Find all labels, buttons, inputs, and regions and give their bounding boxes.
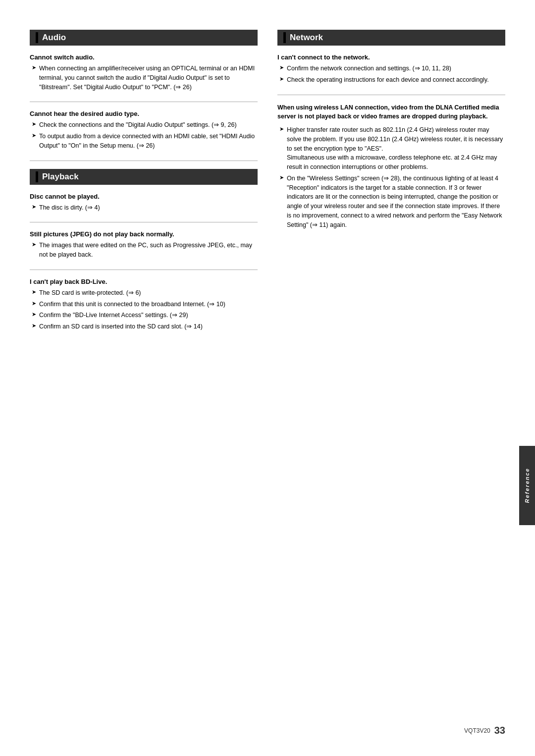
bullet-text: The disc is dirty. (⇒ 4) [39,203,100,213]
bullet-arrow-icon: ➤ [279,64,284,71]
wireless-lan-title: When using wireless LAN connection, vide… [277,103,505,122]
bullet-item: ➤ When connecting an amplifier/receiver … [30,64,258,92]
page-footer: VQT3V20 33 [464,725,505,736]
bullet-item: ➤ The images that were edited on the PC,… [30,241,258,260]
bullet-text: Confirm that this unit is connected to t… [39,300,225,309]
bullet-item: ➤ On the "Wireless Settings" screen (⇒ 2… [277,174,505,230]
bullet-item: ➤ The disc is dirty. (⇒ 4) [30,203,258,213]
bullet-text: The images that were edited on the PC, s… [39,241,258,260]
network-section-header: Network [277,30,505,46]
network-header-bar [283,32,286,43]
bullet-arrow-icon: ➤ [32,311,36,318]
bullet-item: ➤ Confirm that this unit is connected to… [30,300,258,309]
bullet-text: When connecting an amplifier/receiver us… [39,64,258,92]
bullet-arrow-icon: ➤ [279,126,284,132]
bullet-item: ➤ Higher transfer rate router such as 80… [277,125,505,172]
bullet-arrow-icon: ➤ [279,76,284,82]
subsection-cannot-hear-audio: Cannot hear the desired audio type. ➤ Ch… [30,110,258,161]
bullet-text: The SD card is write-protected. (⇒ 6) [39,288,141,298]
subsection-bd-live: I can't play back BD-Live. ➤ The SD card… [30,278,258,341]
subsection-disc-cannot-be-played: Disc cannot be played. ➤ The disc is dir… [30,193,258,223]
bullet-item: ➤ To output audio from a device connecte… [30,132,258,151]
playback-title: Playback [42,172,79,182]
bullet-arrow-icon: ➤ [32,289,36,295]
bullet-text: On the "Wireless Settings" screen (⇒ 28)… [287,174,505,230]
network-title: Network [290,33,323,43]
bullet-item: ➤ Check the operating instructions for e… [277,75,505,85]
bullet-arrow-icon: ➤ [32,64,36,71]
playback-section-header: Playback [30,169,258,185]
bullet-text: Confirm an SD card is inserted into the … [39,322,203,331]
bullet-arrow-icon: ➤ [32,121,36,127]
bullet-text: Check the connections and the "Digital A… [39,120,237,130]
model-number: VQT3V20 [464,727,490,734]
bullet-arrow-icon: ➤ [279,174,284,181]
left-column: Audio Cannot switch audio. ➤ When connec… [30,30,258,349]
subsection-title-cannot-switch-audio: Cannot switch audio. [30,54,258,61]
subsection-cannot-connect-network: I can't connect to the network. ➤ Confir… [277,54,505,95]
bullet-text: Confirm the "BD-Live Internet Access" se… [39,311,188,320]
reference-label: Reference [524,468,530,503]
bullet-arrow-icon: ➤ [32,132,36,139]
page-number: 33 [494,725,505,736]
audio-section-header: Audio [30,30,258,46]
subsection-still-pictures: Still pictures (JPEG) do not play back n… [30,230,258,270]
bullet-item: ➤ The SD card is write-protected. (⇒ 6) [30,288,258,298]
bullet-item: ➤ Confirm the network connection and set… [277,64,505,73]
subsection-wireless-lan: When using wireless LAN connection, vide… [277,103,505,240]
bullet-item: ➤ Confirm the "BD-Live Internet Access" … [30,311,258,320]
subsection-title-bd-live: I can't play back BD-Live. [30,278,258,285]
subsection-title-disc: Disc cannot be played. [30,193,258,200]
reference-sidebar-tab: Reference [519,446,535,525]
bullet-arrow-icon: ➤ [32,241,36,248]
bullet-item: ➤ Confirm an SD card is inserted into th… [30,322,258,331]
bullet-arrow-icon: ➤ [32,300,36,307]
bullet-text: Check the operating instructions for eac… [287,75,489,85]
bullet-item: ➤ Check the connections and the "Digital… [30,120,258,130]
bullet-text: To output audio from a device connected … [39,132,258,151]
bullet-arrow-icon: ➤ [32,323,36,329]
page: Audio Cannot switch audio. ➤ When connec… [0,0,535,756]
audio-title: Audio [42,33,66,43]
subsection-title-cannot-hear-audio: Cannot hear the desired audio type. [30,110,258,117]
two-column-layout: Audio Cannot switch audio. ➤ When connec… [30,30,505,349]
right-column: Network I can't connect to the network. … [277,30,505,349]
subsection-cannot-switch-audio: Cannot switch audio. ➤ When connecting a… [30,54,258,102]
subsection-title-cannot-connect: I can't connect to the network. [277,54,505,61]
bullet-text: Confirm the network connection and setti… [287,64,451,73]
playback-header-bar [36,171,38,182]
audio-header-bar [36,32,38,43]
bullet-text: Higher transfer rate router such as 802.… [287,125,505,172]
bullet-arrow-icon: ➤ [32,204,36,210]
subsection-title-still-pictures: Still pictures (JPEG) do not play back n… [30,230,258,238]
